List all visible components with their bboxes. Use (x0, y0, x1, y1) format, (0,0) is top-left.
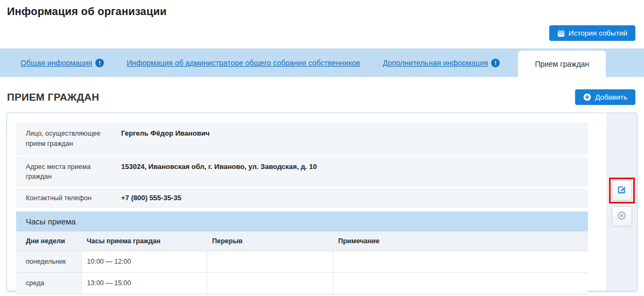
cell-break (207, 272, 333, 294)
plus-circle-icon (583, 93, 591, 101)
field-label: Адрес места приема граждан (26, 162, 114, 182)
section-title: ПРИЕМ ГРАЖДАН (7, 91, 99, 103)
red-highlight-annotation (609, 178, 635, 203)
cell-note (333, 251, 588, 272)
hours-section-title: Часы приема (16, 212, 588, 231)
tab-admin-info-label: Информация об администраторе общего собр… (127, 59, 360, 67)
page-title: Информация об организации (0, 0, 644, 18)
table-row: среда 13:00 — 15:00 (16, 272, 588, 294)
history-button[interactable]: История событий (549, 25, 635, 41)
delete-button[interactable] (612, 206, 632, 227)
edit-button[interactable] (612, 180, 632, 201)
reception-card: Лицо, осуществляющее прием граждан Герге… (6, 112, 638, 291)
info-row-phone: Контактный телефон +7 (800) 555-35-35 (16, 188, 588, 208)
tab-additional-info[interactable]: Дополнительная информация ! (383, 59, 500, 67)
schedule-header-row: Дни недели Часы приема граждан Перерыв П… (16, 231, 588, 251)
section-header: ПРИЕМ ГРАЖДАН Добавить (0, 77, 644, 105)
field-value: 153024, Ивановская обл, г. Иваново, ул. … (121, 162, 317, 182)
tab-citizen-reception-label: Прием граждан (535, 60, 589, 68)
cell-hours: 13:00 — 15:00 (81, 272, 207, 294)
reception-card-content: Лицо, осуществляющее прием граждан Герге… (7, 113, 597, 291)
exclamation-badge: ! (95, 59, 104, 67)
cell-break (207, 251, 333, 272)
cell-hours: 10:00 — 12:00 (81, 251, 207, 272)
exclamation-badge: ! (491, 59, 500, 67)
tab-citizen-reception-active[interactable]: Прием граждан (518, 51, 606, 77)
col-header-days: Дни недели (16, 231, 81, 251)
calendar-icon (557, 30, 565, 37)
field-value: +7 (800) 555-35-35 (121, 193, 181, 203)
tab-general-info[interactable]: Общая информация ! (20, 59, 104, 67)
tab-admin-info[interactable]: Информация об администраторе общего собр… (127, 59, 360, 67)
toolbar: История событий (0, 18, 644, 41)
tab-bar: Общая информация ! Информация об админис… (0, 48, 644, 77)
info-row-address: Адрес места приема граждан 153024, Ивано… (16, 157, 588, 187)
cancel-circle-icon (617, 210, 627, 222)
cell-note (333, 272, 588, 294)
field-label: Контактный телефон (26, 193, 114, 203)
cell-day: понедельник (16, 251, 81, 272)
history-button-label: История событий (569, 29, 627, 37)
field-label: Лицо, осуществляющее прием граждан (26, 129, 114, 149)
add-button-label: Добавить (595, 93, 627, 101)
add-button[interactable]: Добавить (575, 89, 635, 105)
schedule-table: Дни недели Часы приема граждан Перерыв П… (16, 231, 588, 294)
action-rail (606, 113, 637, 291)
col-header-break: Перерыв (207, 231, 333, 251)
cell-day: среда (16, 272, 81, 294)
info-row-person: Лицо, осуществляющее прием граждан Герге… (16, 122, 588, 156)
edit-pencil-square-icon (617, 185, 627, 196)
col-header-hours: Часы приема граждан (81, 231, 207, 251)
tab-general-info-label: Общая информация (20, 59, 92, 67)
table-row: понедельник 10:00 — 12:00 (16, 251, 588, 272)
col-header-note: Примечание (333, 231, 588, 251)
tab-additional-info-label: Дополнительная информация (383, 59, 488, 67)
field-value: Гергель Фёдор Иванович (121, 129, 209, 149)
